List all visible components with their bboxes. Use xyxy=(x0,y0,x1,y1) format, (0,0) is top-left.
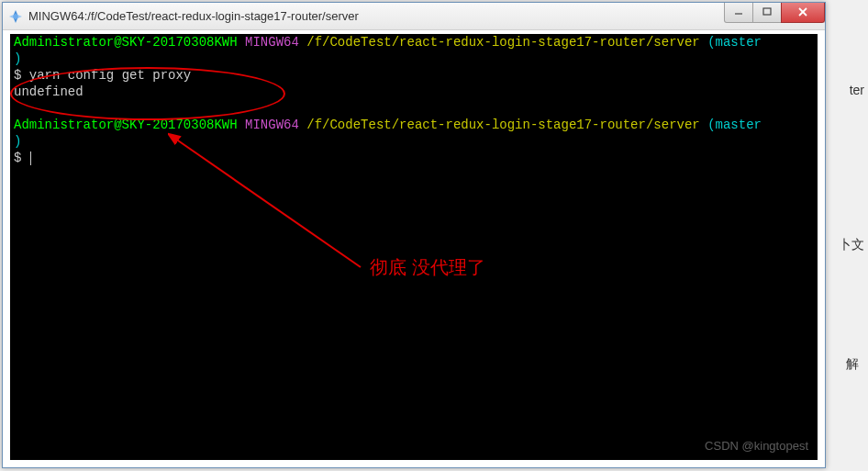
terminal-cursor xyxy=(30,151,31,165)
git-branch: master xyxy=(716,35,762,50)
branch-close-line: ) xyxy=(10,50,818,67)
prompt-symbol: $ xyxy=(14,151,29,165)
blank-line xyxy=(10,100,818,117)
cwd-path: /f/CodeTest/react-redux-login-stage17-ro… xyxy=(306,118,699,132)
minimize-button[interactable] xyxy=(724,3,753,23)
branch-close-line: ) xyxy=(10,133,818,150)
window-title: MINGW64:/f/CodeTest/react-redux-login-st… xyxy=(28,9,725,23)
output-text: undefined xyxy=(14,84,83,99)
bg-text: 卜文 xyxy=(839,237,864,253)
titlebar[interactable]: MINGW64:/f/CodeTest/react-redux-login-st… xyxy=(3,3,825,30)
branch-paren: ( xyxy=(707,35,715,50)
branch-paren-close: ) xyxy=(14,134,21,149)
terminal-body[interactable]: Administrator@SKY-20170308KWH MINGW64 /f… xyxy=(10,34,818,460)
command-line: $ yarn config get proxy xyxy=(10,67,818,84)
shell-id: MINGW64 xyxy=(245,35,299,50)
app-icon xyxy=(8,9,23,24)
prompt-line: Administrator@SKY-20170308KWH MINGW64 /f… xyxy=(10,117,818,133)
cwd-path: /f/CodeTest/react-redux-login-stage17-ro… xyxy=(306,35,699,50)
user-host: Administrator@SKY-20170308KWH xyxy=(14,35,238,50)
active-prompt-line[interactable]: $ xyxy=(10,150,818,166)
output-line: undefined xyxy=(10,84,818,100)
terminal-window: MINGW64:/f/CodeTest/react-redux-login-st… xyxy=(2,2,826,468)
branch-paren-close: ) xyxy=(14,51,21,66)
prompt-line: Administrator@SKY-20170308KWH MINGW64 /f… xyxy=(10,34,818,50)
command-text: yarn config get proxy xyxy=(29,68,191,83)
close-button[interactable] xyxy=(781,3,825,23)
user-host: Administrator@SKY-20170308KWH xyxy=(14,118,238,132)
git-branch: master xyxy=(716,118,762,132)
window-controls xyxy=(725,3,825,23)
branch-paren: ( xyxy=(707,118,715,132)
shell-id: MINGW64 xyxy=(245,118,299,132)
prompt-symbol: $ xyxy=(14,68,29,83)
bg-text: ter xyxy=(850,83,864,97)
watermark: CSDN @kingtopest xyxy=(705,438,808,454)
svg-rect-1 xyxy=(763,8,771,15)
maximize-button[interactable] xyxy=(752,3,782,23)
bg-text: 解 xyxy=(846,356,859,373)
